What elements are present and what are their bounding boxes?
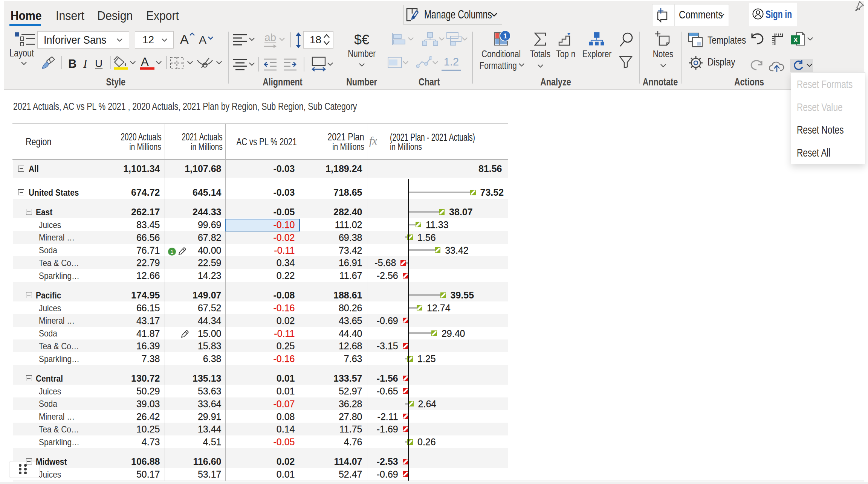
svg-text:X: X bbox=[793, 37, 798, 44]
